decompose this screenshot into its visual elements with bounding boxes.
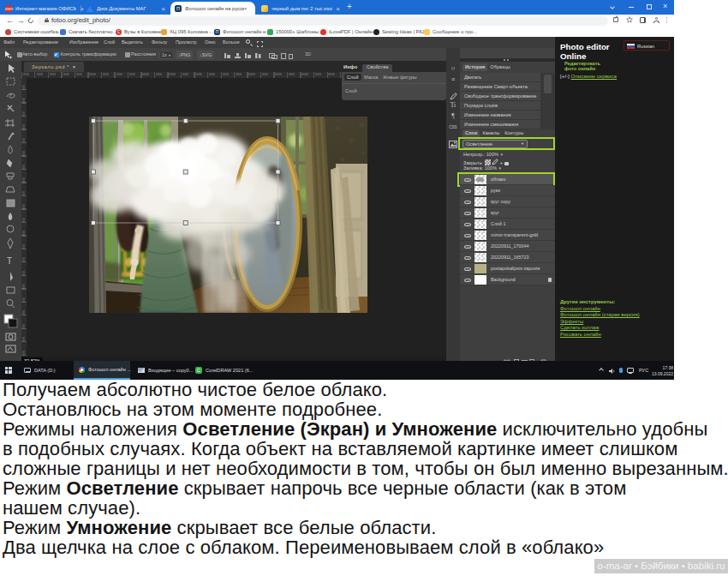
svg-text:T: T [7, 256, 12, 266]
